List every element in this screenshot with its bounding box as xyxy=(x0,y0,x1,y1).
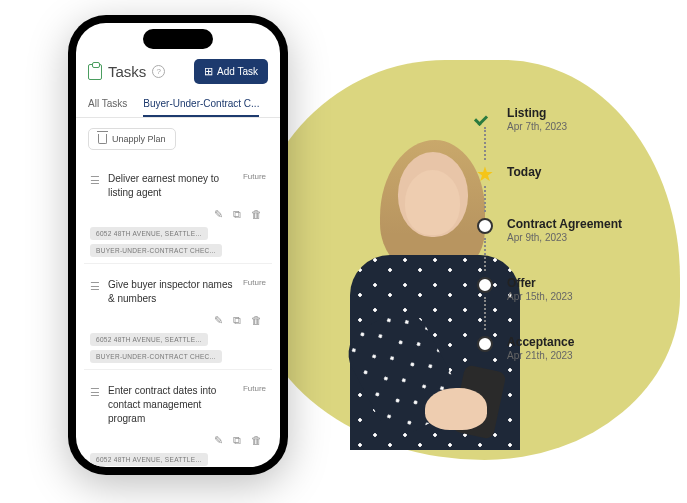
app-header: Tasks ? ⊞ Add Task xyxy=(76,55,280,92)
timeline-date: Apr 7th, 2023 xyxy=(507,121,567,132)
list-icon: ☰ xyxy=(90,280,100,293)
list-icon: ☰ xyxy=(90,386,100,399)
delete-icon[interactable]: 🗑 xyxy=(251,208,262,221)
circle-icon xyxy=(477,277,493,293)
phone-screen: Tasks ? ⊞ Add Task All Tasks Buyer-Under… xyxy=(76,23,280,467)
timeline-label: Acceptance xyxy=(507,335,574,349)
timeline-item-acceptance: Acceptance Apr 21th, 2023 xyxy=(475,334,622,361)
copy-icon[interactable]: ⧉ xyxy=(233,434,241,447)
timeline-label: Contract Agreement xyxy=(507,217,622,231)
edit-icon[interactable]: ✎ xyxy=(214,434,223,447)
task-title: Enter contract dates into contact manage… xyxy=(108,384,235,426)
timeline-date: Apr 15th, 2023 xyxy=(507,291,573,302)
star-icon: ★ xyxy=(476,164,494,184)
task-tag[interactable]: 6052 48TH AVENUE, SEATTLE... xyxy=(90,227,208,240)
timeline-item-contract: Contract Agreement Apr 9th, 2023 xyxy=(475,216,622,275)
task-tag[interactable]: BUYER-UNDER-CONTRACT CHEC... xyxy=(90,244,222,257)
edit-icon[interactable]: ✎ xyxy=(214,208,223,221)
circle-icon xyxy=(477,336,493,352)
task-tag[interactable]: BUYER-UNDER-CONTRACT CHEC... xyxy=(90,350,222,363)
add-task-label: Add Task xyxy=(217,66,258,77)
edit-icon[interactable]: ✎ xyxy=(214,314,223,327)
copy-icon[interactable]: ⧉ xyxy=(233,314,241,327)
delete-icon[interactable]: 🗑 xyxy=(251,434,262,447)
timeline-label: Offer xyxy=(507,276,573,290)
timeline-item-today: ★ Today xyxy=(475,164,622,216)
copy-icon[interactable]: ⧉ xyxy=(233,208,241,221)
page-title: Tasks xyxy=(108,63,146,80)
task-card[interactable]: ☰ Deliver earnest money to listing agent… xyxy=(84,164,272,264)
timeline-item-listing: Listing Apr 7th, 2023 xyxy=(475,105,622,164)
delete-icon[interactable]: 🗑 xyxy=(251,314,262,327)
task-tag[interactable]: 6052 48TH AVENUE, SEATTLE... xyxy=(90,453,208,466)
add-task-button[interactable]: ⊞ Add Task xyxy=(194,59,268,84)
tasks-icon xyxy=(88,64,102,80)
task-status: Future xyxy=(243,172,266,181)
phone-frame: Tasks ? ⊞ Add Task All Tasks Buyer-Under… xyxy=(68,15,288,475)
task-card[interactable]: ☰ Give buyer inspector names & numbers F… xyxy=(84,270,272,370)
tabs-bar: All Tasks Buyer-Under-Contract C... xyxy=(76,92,280,118)
trash-icon xyxy=(98,134,107,144)
unapply-plan-button[interactable]: Unapply Plan xyxy=(88,128,176,150)
circle-icon xyxy=(477,218,493,234)
task-title: Give buyer inspector names & numbers xyxy=(108,278,235,306)
check-icon xyxy=(476,108,494,122)
timeline: Listing Apr 7th, 2023 ★ Today Contract A… xyxy=(475,105,622,361)
timeline-label: Listing xyxy=(507,106,567,120)
task-title: Deliver earnest money to listing agent xyxy=(108,172,235,200)
timeline-item-offer: Offer Apr 15th, 2023 xyxy=(475,275,622,334)
plus-icon: ⊞ xyxy=(204,65,213,78)
unapply-label: Unapply Plan xyxy=(112,134,166,144)
task-card[interactable]: ☰ Enter contract dates into contact mana… xyxy=(84,376,272,467)
timeline-label: Today xyxy=(507,165,541,179)
list-icon: ☰ xyxy=(90,174,100,187)
timeline-date: Apr 9th, 2023 xyxy=(507,232,622,243)
phone-notch xyxy=(143,29,213,49)
timeline-date: Apr 21th, 2023 xyxy=(507,350,574,361)
task-status: Future xyxy=(243,384,266,393)
task-tag[interactable]: 6052 48TH AVENUE, SEATTLE... xyxy=(90,333,208,346)
info-icon[interactable]: ? xyxy=(152,65,165,78)
task-status: Future xyxy=(243,278,266,287)
tab-buyer-under-contract[interactable]: Buyer-Under-Contract C... xyxy=(143,92,259,117)
tab-all-tasks[interactable]: All Tasks xyxy=(88,92,127,117)
